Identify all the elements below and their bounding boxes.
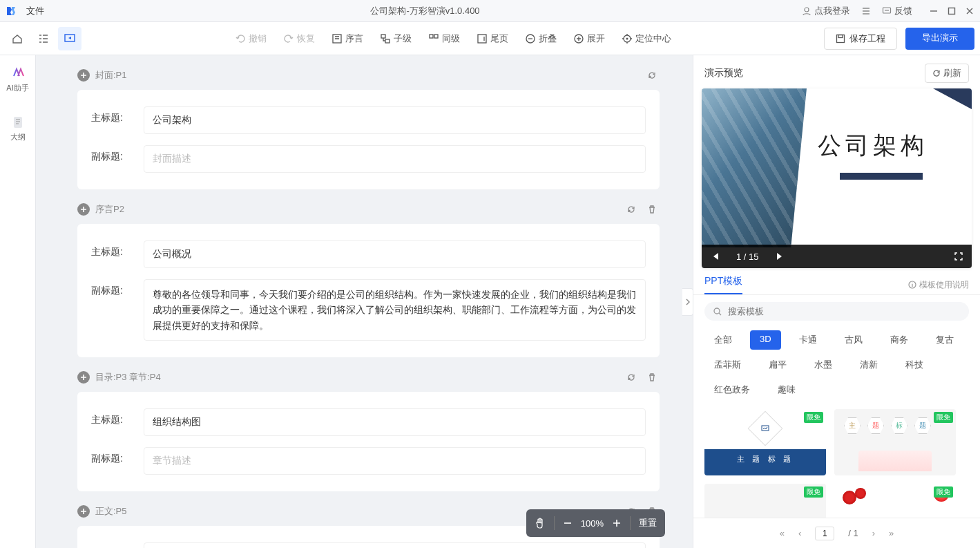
template-thumbs: 主 题 标 题 限免 主 题 标 题 限免 限免 限免: [693, 406, 980, 518]
export-button[interactable]: 导出演示: [905, 28, 974, 50]
template-tag[interactable]: 扁平: [759, 355, 796, 375]
search-icon: [713, 307, 722, 316]
field-input[interactable]: 公司架构: [144, 106, 646, 134]
template-thumb[interactable]: 限免: [704, 484, 826, 518]
pan-tool-icon[interactable]: [535, 518, 546, 529]
field-row: 主标题:组织结构图: [91, 537, 646, 548]
refresh-section-button[interactable]: [644, 68, 660, 83]
home-button[interactable]: [6, 27, 29, 50]
present-view-button[interactable]: [58, 27, 81, 50]
chevron-right-icon: [684, 299, 691, 305]
template-tag[interactable]: 清新: [850, 355, 887, 375]
svg-point-13: [626, 37, 628, 39]
svg-rect-19: [762, 426, 769, 431]
svg-rect-9: [478, 35, 486, 43]
template-pager: « ‹ / 1 › »: [693, 518, 980, 548]
pager-current-input[interactable]: [815, 527, 834, 540]
template-tag[interactable]: 水墨: [805, 355, 842, 375]
add-section-button[interactable]: [77, 371, 90, 384]
save-button[interactable]: 保存工程: [824, 28, 897, 50]
template-tag[interactable]: 红色政务: [704, 380, 760, 399]
template-tag[interactable]: 趣味: [768, 380, 805, 399]
field-textarea[interactable]: 尊敬的各位领导和同事，今天我们要介绍的是公司的组织结构。作为一家快速发展的企业，…: [144, 279, 646, 341]
template-thumb[interactable]: 主 题 标 题 限免: [834, 409, 956, 475]
window-title: 公司架构-万彩智演v1.0.400: [48, 5, 802, 17]
expand-button[interactable]: 展开: [573, 32, 605, 45]
preview-first-button[interactable]: [710, 252, 720, 261]
template-tag[interactable]: 古风: [835, 330, 872, 350]
pager-next-button[interactable]: ›: [872, 528, 875, 538]
field-input[interactable]: 组织结构图: [144, 408, 646, 436]
preview-next-button[interactable]: [776, 252, 785, 261]
template-tag[interactable]: 3D: [750, 330, 781, 350]
add-section-button[interactable]: [77, 505, 90, 518]
section-header: 序言P2: [77, 198, 660, 221]
template-thumb[interactable]: 主 题 标 题 限免: [704, 409, 826, 475]
template-tag[interactable]: 复古: [926, 330, 963, 350]
sidebar-item-ai[interactable]: AI助手: [0, 64, 35, 96]
login-link[interactable]: 点我登录: [802, 5, 850, 17]
undo-button[interactable]: 撤销: [235, 32, 267, 45]
pager-first-button[interactable]: «: [780, 528, 785, 538]
refresh-section-button[interactable]: [624, 370, 639, 385]
zoom-in-button[interactable]: [612, 518, 622, 528]
app-logo-icon: [6, 6, 17, 17]
section-label: 目录:P3 章节:P4: [95, 371, 161, 384]
field-input[interactable]: 组织结构图: [144, 542, 646, 548]
template-help-link[interactable]: 模板使用说明: [908, 279, 969, 291]
sidebar-item-outline[interactable]: 大纲: [0, 113, 35, 145]
maximize-button[interactable]: [947, 6, 957, 16]
editor-column: 封面:P1 主标题:公司架构副标题:封面描述 序言P2 主标题:公司概况副标题:…: [36, 55, 693, 548]
zoom-reset-button[interactable]: 重置: [639, 517, 657, 529]
svg-rect-15: [838, 35, 843, 37]
field-label: 主标题:: [91, 408, 133, 426]
pager-prev-button[interactable]: ‹: [798, 528, 801, 538]
field-input[interactable]: 公司概况: [144, 240, 646, 268]
user-icon: [802, 6, 811, 16]
redo-button[interactable]: 恢复: [283, 32, 315, 45]
left-sidebar: AI助手 大纲: [0, 55, 36, 548]
refresh-section-button[interactable]: [624, 202, 639, 217]
preface-button[interactable]: 序言: [332, 32, 363, 45]
sidebar-item-label: 大纲: [10, 132, 26, 142]
menu-icon[interactable]: [861, 6, 871, 16]
svg-rect-6: [385, 39, 390, 43]
preview-fullscreen-button[interactable]: [954, 252, 963, 261]
delete-section-button[interactable]: [644, 202, 660, 217]
locate-icon: [622, 33, 633, 44]
endpage-button[interactable]: 尾页: [477, 32, 508, 45]
template-search-box[interactable]: [704, 302, 969, 321]
field-input[interactable]: 封面描述: [144, 145, 646, 173]
tab-ppt-templates[interactable]: PPT模板: [704, 275, 742, 294]
field-input[interactable]: 章节描述: [144, 447, 646, 475]
pager-total: / 1: [848, 528, 858, 538]
pager-last-button[interactable]: »: [889, 528, 894, 538]
child-button[interactable]: 子级: [380, 32, 412, 45]
locate-button[interactable]: 定位中心: [622, 32, 671, 45]
field-row: 主标题:公司概况: [91, 235, 646, 274]
add-section-button[interactable]: [77, 69, 90, 82]
template-tag[interactable]: 全部: [704, 330, 742, 350]
template-tag[interactable]: 科技: [896, 355, 933, 375]
template-tag[interactable]: 商务: [881, 330, 918, 350]
svg-rect-14: [837, 35, 845, 42]
section-label: 封面:P1: [95, 69, 127, 82]
minimize-button[interactable]: [929, 6, 939, 16]
template-search-input[interactable]: [728, 306, 961, 316]
delete-section-button[interactable]: [644, 370, 660, 385]
sibling-button[interactable]: 同级: [428, 32, 460, 45]
collapse-button[interactable]: 折叠: [525, 32, 557, 45]
preview-page-indicator: 1 / 15: [736, 252, 759, 262]
template-tag[interactable]: 卡通: [789, 330, 827, 350]
close-button[interactable]: [965, 6, 974, 16]
add-section-button[interactable]: [77, 203, 90, 216]
zoom-out-button[interactable]: [563, 518, 573, 528]
refresh-preview-button[interactable]: 刷新: [925, 64, 969, 83]
template-thumb[interactable]: 限免: [834, 484, 956, 518]
outline-view-button[interactable]: [32, 27, 55, 50]
feedback-link[interactable]: 反馈: [882, 5, 912, 17]
collapse-right-panel-button[interactable]: [682, 288, 693, 316]
template-tag[interactable]: 孟菲斯: [704, 355, 751, 375]
endpage-icon: [477, 33, 488, 44]
file-menu[interactable]: 文件: [22, 3, 48, 19]
